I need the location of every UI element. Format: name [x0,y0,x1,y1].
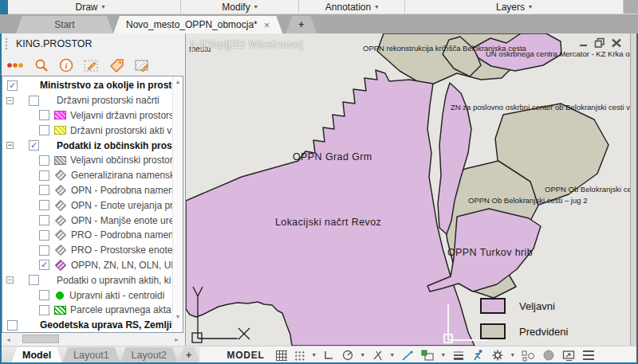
close-icon[interactable] [611,37,622,51]
tree-item[interactable]: −Podatki o upravnih aktih, ki [2,272,172,288]
layer-checkbox[interactable] [39,245,49,256]
tree-item[interactable]: OPN - Podrobna namen [2,183,172,198]
grid-icon[interactable] [276,350,287,361]
chevron-down-icon: ▾ [375,4,378,10]
layer-checkbox[interactable] [29,275,39,285]
tree-item-label: Veljavni državni prostors [70,110,172,121]
layer-checkbox[interactable] [39,125,49,135]
tree-item[interactable]: OPN - Manjše enote ure [2,213,172,228]
palette-title: KING.PROSTOR [16,38,93,49]
layout-tab-model[interactable]: Model [11,347,62,363]
tree-item[interactable]: OPN - Enote urejanja pr [2,198,172,213]
layout-tab-layout2[interactable]: Layout2 [120,347,178,363]
collapse-icon[interactable]: − [6,142,14,149]
isolate-icon[interactable] [522,350,535,362]
tag-icon[interactable] [109,58,124,72]
tree-item[interactable]: Upravni akti - centroidi [2,288,172,303]
vertical-scrollbar[interactable]: ▲ ▼ [172,76,183,332]
layer-checkbox[interactable]: ✓ [39,260,49,270]
scrollbar-thumb[interactable] [22,335,59,343]
isodraft-icon[interactable] [372,350,384,361]
lineweight-icon[interactable] [452,350,465,362]
tree-item[interactable]: Geodetska uprava RS, Zemljiški [2,318,172,332]
palette-title-bar[interactable]: KING.PROSTOR [0,33,185,54]
chevron-down-icon[interactable]: ▾ [391,352,394,358]
scroll-down-icon[interactable]: ▼ [175,314,181,319]
connection-dots-icon[interactable] [6,59,24,72]
clock-icon[interactable] [542,349,555,362]
collapse-icon[interactable]: − [6,97,14,104]
ribbon-panel-annotation[interactable]: Annotation ▾ [299,0,405,14]
chevron-down-icon[interactable]: ▾ [442,352,445,358]
ribbon-panel-modify[interactable]: Modify ▾ [181,0,299,14]
tree-item[interactable]: ✓OPPN, ZN, LN, OLN, UN [2,258,172,273]
layer-checkbox[interactable] [39,155,49,166]
tree-item[interactable]: PRO - Prostorske enote [2,243,172,258]
map-scrollbar[interactable] [630,33,636,346]
scroll-left-icon[interactable]: ◄ [6,337,11,342]
ribbon-panel-draw[interactable]: Draw ▾ [0,0,181,14]
tree-item-label: Podatki o upravnih aktih, ki [57,275,171,286]
layer-checkbox[interactable] [29,96,39,106]
layer-checkbox[interactable]: ✓ [29,140,39,151]
tree-item[interactable]: PRO - Podrobna namen [2,228,172,243]
layer-checkbox[interactable] [39,230,49,241]
layer-tree-container: ✓Ministrstvo za okolje in prostor−Državn… [2,76,183,333]
scroll-right-icon[interactable]: ► [174,337,179,342]
tree-item-label: Državni prostorski načrti [57,95,160,106]
layer-checkbox[interactable] [39,290,49,300]
window-accent [0,0,8,14]
legend-swatch [480,298,506,314]
annotation-icon[interactable] [472,349,484,362]
collapse-icon[interactable]: − [6,276,14,284]
close-icon[interactable]: × [264,20,270,30]
chevron-down-icon[interactable]: ▾ [361,352,364,358]
minimize-icon[interactable] [578,37,589,51]
tab-start[interactable]: Start [16,16,113,33]
info-icon[interactable]: i [59,58,73,72]
scroll-up-icon[interactable]: ▲ [175,79,181,84]
layer-checkbox[interactable] [39,215,49,225]
tree-item[interactable]: Veljavni državni prostors [2,108,172,123]
otrack-icon[interactable] [401,350,414,362]
tree-item[interactable]: Generalizirana namensk [2,168,172,183]
tree-item[interactable]: Parcele upravnega akta [2,303,172,318]
tree-item[interactable]: ✓Ministrstvo za okolje in prostor [2,78,172,93]
chevron-down-icon[interactable]: ▾ [313,352,316,358]
search-icon[interactable] [34,58,49,72]
restore-icon[interactable] [594,37,605,51]
layer-checkbox[interactable] [39,305,49,315]
ortho-icon[interactable] [323,350,334,361]
settings-icon[interactable] [491,349,504,362]
horizontal-scrollbar[interactable]: ◄ ► [2,333,183,346]
layer-checkbox[interactable] [39,170,49,181]
tree-item[interactable]: −✓Podatki iz občinskih prostor [2,138,172,153]
grip-handle-icon[interactable] [5,37,9,50]
osnap-icon[interactable] [421,350,435,362]
tab-drawing-active[interactable]: Novo_mesto_OPPN_obmocja* × [113,16,282,33]
drawing-viewport[interactable]: mestu [−][Top][2D Wireframe] OPPN rekons… [185,33,630,346]
layer-checkbox[interactable] [39,200,49,210]
snap-icon[interactable] [294,350,305,361]
chevron-down-icon: ▾ [529,4,532,10]
layer-checkbox[interactable] [7,320,18,331]
new-layout-button[interactable]: + [178,347,199,363]
ribbon-panel-layers[interactable]: Layers ▾ [405,0,624,14]
layer-checkbox[interactable] [39,185,49,195]
layout-tab-layout1[interactable]: Layout1 [62,347,120,363]
tree-item[interactable]: Državni prostorski akti v [2,123,172,138]
green-dot-swatch-icon [56,292,64,299]
tree-item[interactable]: −Državni prostorski načrti [2,93,172,108]
layer-checkbox[interactable] [39,110,49,120]
new-tab-button[interactable]: + [286,16,317,33]
chevron-down-icon[interactable]: ▾ [511,352,514,358]
hatch-edit-icon[interactable] [135,58,150,72]
viewport-controls-label[interactable]: [−][Top][2D Wireframe] [191,38,303,50]
layer-checkbox[interactable]: ✓ [7,80,18,91]
edit-icon[interactable] [84,58,99,72]
menu-icon[interactable] [583,350,594,360]
tree-item[interactable]: Veljavni občinski prostor [2,153,172,168]
ribbon-panel-label: Annotation [325,2,371,13]
polar-icon[interactable] [341,349,354,362]
fullscreen-icon[interactable] [562,350,576,362]
